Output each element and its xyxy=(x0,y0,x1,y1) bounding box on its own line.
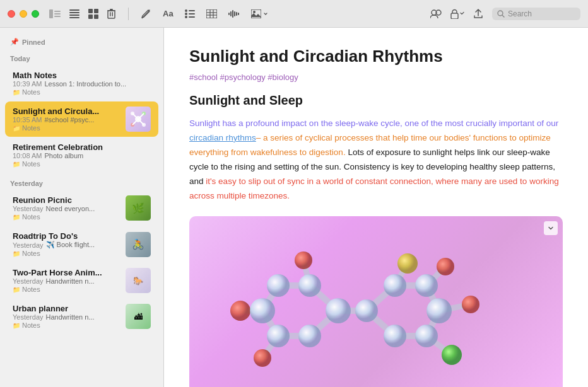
svg-point-78 xyxy=(298,274,321,297)
note-meta-urban: Yesterday Handwritten n... xyxy=(13,313,121,321)
svg-rect-13 xyxy=(107,10,115,11)
svg-point-86 xyxy=(415,274,438,297)
note-meta-math: 10:39 AM Lesson 1: Introduction to... xyxy=(13,80,151,88)
svg-rect-3 xyxy=(54,16,61,17)
svg-rect-38 xyxy=(451,13,458,19)
media-icon[interactable] xyxy=(251,9,268,18)
pinned-section-label: 📌 Pinned xyxy=(0,34,163,49)
note-title-sunlight: Sunlight and Circula... xyxy=(13,107,121,116)
media-collapse-button[interactable] xyxy=(544,221,558,235)
note-content: Sunlight and Circadian Rhythms #school #… xyxy=(164,28,588,387)
pin-icon: 📌 xyxy=(10,38,19,46)
note-folder-retirement: 📁 Notes xyxy=(13,160,151,168)
compose-icon[interactable] xyxy=(141,9,151,19)
svg-point-72 xyxy=(254,349,271,367)
body-link-circadian[interactable]: circadian rhythms xyxy=(189,133,256,142)
svg-point-80 xyxy=(267,274,290,297)
search-input[interactable] xyxy=(508,9,571,18)
folder-icon-sunlight: 📁 xyxy=(13,125,20,132)
delete-icon[interactable] xyxy=(107,9,115,19)
note-sub-title: Sunlight and Sleep xyxy=(189,93,563,108)
svg-point-39 xyxy=(498,11,503,16)
svg-rect-33 xyxy=(238,13,239,15)
folder-icon-urban: 📁 xyxy=(13,322,20,329)
note-info-retirement: Retirement Celebration 10:08 AM Photo al… xyxy=(13,142,151,168)
note-meta-roadtrip: Yesterday ✈️ Book flight... xyxy=(13,241,121,249)
note-item-horse[interactable]: Two-Part Horse Anim... Yesterday Handwri… xyxy=(5,263,158,298)
note-info-horse: Two-Part Horse Anim... Yesterday Handwri… xyxy=(13,268,121,293)
title-bar: Aa xyxy=(0,0,588,28)
svg-rect-16 xyxy=(112,12,114,16)
svg-rect-14 xyxy=(110,9,113,10)
svg-point-71 xyxy=(295,251,312,269)
note-item-reunion[interactable]: Reunion Picnic Yesterday Need everyon...… xyxy=(5,190,158,226)
note-info-sunlight: Sunlight and Circula... 10:35 AM #school… xyxy=(13,107,121,132)
note-meta-reunion: Yesterday Need everyon... xyxy=(13,205,121,212)
note-body: Sunlight has a profound impact on the sl… xyxy=(189,117,563,204)
close-button[interactable] xyxy=(8,10,15,18)
svg-point-79 xyxy=(298,325,321,347)
search-box[interactable] xyxy=(492,8,580,20)
today-label: Today xyxy=(0,49,163,65)
svg-rect-11 xyxy=(94,14,98,19)
minimize-button[interactable] xyxy=(20,10,27,18)
svg-point-75 xyxy=(442,345,462,365)
audio-icon[interactable] xyxy=(228,9,240,18)
note-title-retirement: Retirement Celebration xyxy=(13,142,151,152)
svg-rect-15 xyxy=(110,12,111,16)
svg-point-87 xyxy=(415,325,438,347)
svg-point-21 xyxy=(185,16,187,18)
svg-rect-31 xyxy=(234,11,235,16)
note-meta-retirement: 10:08 AM Photo album xyxy=(13,152,151,159)
note-item-roadtrip[interactable]: Roadtrip To Do's Yesterday ✈️ Book fligh… xyxy=(5,226,158,262)
note-title-roadtrip: Roadtrip To Do's xyxy=(13,231,121,241)
list-view-icon[interactable] xyxy=(69,9,79,18)
lock-icon[interactable] xyxy=(450,9,464,19)
svg-rect-9 xyxy=(94,9,98,13)
sidebar-toggle-icon[interactable] xyxy=(49,9,61,18)
share-icon[interactable] xyxy=(473,9,483,19)
svg-point-77 xyxy=(326,298,351,323)
svg-point-74 xyxy=(437,258,454,275)
svg-rect-0 xyxy=(49,9,53,18)
body-text-purple1: Sunlight has a profound impact on the sl… xyxy=(189,118,558,128)
note-info-urban: Urban planner Yesterday Handwritten n...… xyxy=(13,304,121,329)
svg-rect-8 xyxy=(88,9,93,13)
collab-icon[interactable] xyxy=(430,9,442,18)
svg-point-76 xyxy=(462,296,479,313)
note-title-math: Math Notes xyxy=(13,71,151,80)
svg-point-35 xyxy=(253,11,256,13)
note-thumb-urban: 🏙 xyxy=(126,304,151,329)
note-item-retirement[interactable]: Retirement Celebration 10:08 AM Photo al… xyxy=(5,137,158,173)
note-item-math[interactable]: Math Notes 10:39 AM Lesson 1: Introducti… xyxy=(5,66,158,101)
note-info-reunion: Reunion Picnic Yesterday Need everyon...… xyxy=(13,195,121,221)
note-thumb-reunion: 🌿 xyxy=(126,195,151,221)
note-tags: #school #psychology #biology xyxy=(189,72,563,82)
grid-view-icon[interactable] xyxy=(88,9,98,19)
traffic-lights xyxy=(8,10,39,18)
note-title-horse: Two-Part Horse Anim... xyxy=(13,268,121,277)
molecule-image xyxy=(212,229,540,387)
svg-rect-18 xyxy=(189,10,195,11)
folder-icon-retirement: 📁 xyxy=(13,161,20,168)
svg-rect-6 xyxy=(69,14,79,16)
svg-rect-1 xyxy=(54,11,61,12)
svg-point-85 xyxy=(384,325,406,347)
format-text-icon[interactable]: Aa xyxy=(163,9,173,18)
toolbar-left xyxy=(49,9,115,19)
svg-point-88 xyxy=(426,298,452,323)
toolbar-right xyxy=(430,8,580,20)
maximize-button[interactable] xyxy=(32,10,39,18)
note-meta-horse: Yesterday Handwritten n... xyxy=(13,277,121,285)
note-title-reunion: Reunion Picnic xyxy=(13,195,121,205)
table-icon[interactable] xyxy=(206,9,217,18)
folder-icon-horse: 📁 xyxy=(13,286,20,293)
note-item-sunlight[interactable]: Sunlight and Circula... 10:35 AM #school… xyxy=(5,101,158,137)
svg-rect-5 xyxy=(69,12,79,13)
folder-icon-roadtrip: 📁 xyxy=(13,250,20,257)
checklist-icon[interactable] xyxy=(185,9,195,18)
svg-point-81 xyxy=(267,325,290,347)
svg-point-70 xyxy=(230,301,250,321)
note-item-urban[interactable]: Urban planner Yesterday Handwritten n...… xyxy=(5,299,158,334)
svg-rect-20 xyxy=(189,13,195,14)
